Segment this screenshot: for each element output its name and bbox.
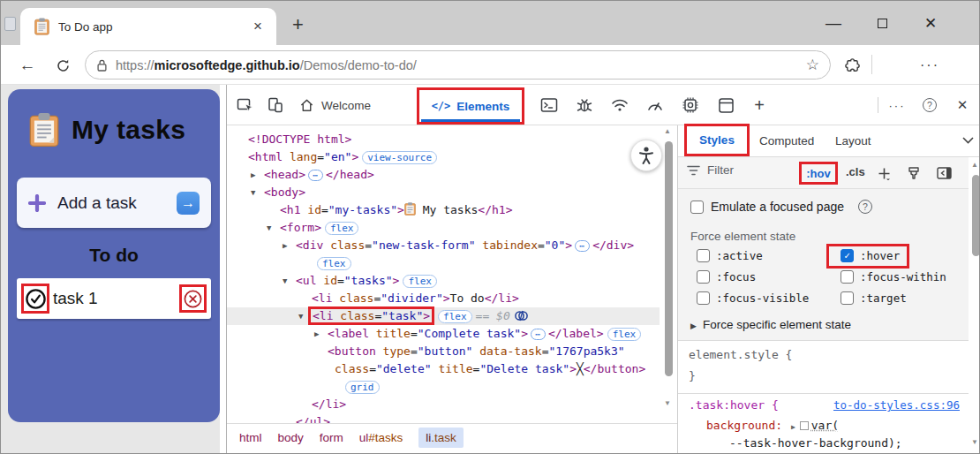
scroll-up-icon[interactable]: ▲	[664, 127, 671, 135]
add-task-label[interactable]: Add a task	[57, 193, 177, 213]
css-rule-block[interactable]: .task:hover { to-do-styles.css:96 backgr…	[678, 394, 969, 454]
scroll-down-icon[interactable]: ▼	[971, 438, 978, 446]
expander-icon[interactable]: ▼	[267, 219, 271, 237]
back-icon[interactable]: ←	[15, 53, 40, 78]
new-style-rule-icon[interactable]	[874, 164, 893, 182]
tab-close-icon[interactable]: ×	[248, 18, 268, 35]
scroll-up-icon[interactable]: ▲	[971, 161, 978, 169]
tree-line[interactable]: <!DOCTYPE html>	[227, 131, 660, 148]
expand-inline-icon[interactable]: ⋯	[531, 329, 546, 340]
settings-menu-icon[interactable]: ···	[917, 53, 942, 78]
accessibility-person-icon[interactable]	[630, 140, 662, 171]
application-icon[interactable]	[714, 95, 737, 116]
submit-arrow-icon[interactable]: →	[177, 192, 200, 215]
expand-inline-icon[interactable]: ⋯	[575, 240, 590, 252]
tree-line[interactable]: ▶<div class="new-task-form" tabindex="0"…	[227, 237, 660, 254]
expander-icon[interactable]: ▶	[314, 325, 319, 343]
tree-line[interactable]: </ul>	[227, 413, 660, 423]
extensions-icon[interactable]	[840, 53, 864, 78]
breadcrumb-item[interactable]: ul#tasks	[359, 431, 403, 444]
task-row[interactable]: task 1	[17, 278, 211, 319]
layout-badge[interactable]: flex	[317, 257, 351, 270]
layout-badge[interactable]: flex	[325, 222, 359, 235]
minimize-button[interactable]: —	[813, 1, 854, 45]
scroll-down-icon[interactable]: ▼	[664, 399, 671, 407]
layout-badge[interactable]: flex	[438, 310, 472, 323]
memory-chip-icon[interactable]	[679, 95, 702, 116]
layout-badge[interactable]: flex	[607, 328, 642, 341]
more-tools-plus-icon[interactable]: +	[748, 95, 771, 116]
layout-badge[interactable]: flex	[403, 275, 437, 288]
tree-line[interactable]: <h1 id="my-tasks"> My tasks</h1>	[227, 201, 660, 219]
expand-inline-icon[interactable]: ⋯	[308, 170, 323, 181]
active-checkbox[interactable]	[697, 249, 710, 262]
tree-line[interactable]: grid	[227, 378, 660, 396]
close-devtools-icon[interactable]: ✕	[951, 95, 974, 116]
tree-line[interactable]: <button type="button" data-task="1767pa5…	[227, 343, 660, 360]
dom-tree-scrollbar[interactable]: ▲ ▼	[661, 125, 675, 423]
tree-line[interactable]: class="delete" title="Delete task">╳</bu…	[227, 360, 660, 378]
color-swatch[interactable]	[800, 421, 809, 430]
focus-checkbox[interactable]	[697, 270, 710, 284]
check-circle-icon[interactable]	[25, 288, 47, 310]
help-icon[interactable]: ?	[858, 200, 872, 214]
performance-icon[interactable]	[644, 95, 667, 116]
filter-input[interactable]: Filter	[687, 163, 734, 177]
tree-line[interactable]: <html lang="en">view-source	[227, 148, 660, 166]
window-close-button[interactable]: ✕	[910, 1, 951, 45]
tree-line[interactable]: <li class="divider">To do</li>	[227, 290, 660, 307]
inspect-icon[interactable]	[234, 95, 257, 116]
cls-toggle[interactable]: .cls	[846, 165, 865, 178]
stylesheet-link[interactable]: to-do-styles.css:96	[833, 398, 960, 412]
tree-line[interactable]: flex	[227, 254, 660, 272]
tab-elements[interactable]: </> Elements	[419, 90, 522, 122]
chevron-down-icon[interactable]	[962, 137, 974, 144]
new-tab-button[interactable]: +	[292, 13, 304, 36]
tree-line[interactable]: ▶<label title="Complete task">⋯</label>f…	[227, 325, 660, 343]
tree-line[interactable]: ▼<ul id="tasks">flex	[227, 272, 660, 290]
customize-devtools-icon[interactable]: ···	[886, 95, 908, 116]
debugger-bug-icon[interactable]	[573, 95, 596, 116]
focus-within-checkbox[interactable]	[841, 270, 854, 284]
tab-layout[interactable]: Layout	[835, 134, 871, 148]
target-checkbox[interactable]	[841, 291, 854, 305]
focus-visible-checkbox[interactable]	[697, 291, 710, 305]
element-style-block[interactable]: element.style { }	[678, 341, 969, 394]
network-wifi-icon[interactable]	[608, 95, 631, 116]
toggle-pane-icon[interactable]	[934, 164, 954, 182]
force-specific-row[interactable]: ▶Force specific element state	[690, 318, 851, 331]
tab-styles[interactable]: Styles	[699, 133, 735, 147]
scrollbar-thumb[interactable]	[665, 141, 673, 376]
tree-line[interactable]: ▼<body>	[227, 184, 660, 201]
tree-line[interactable]: ▼<form>flex	[227, 219, 660, 237]
favorites-star-icon[interactable]: ☆	[806, 56, 819, 74]
layout-badge[interactable]: view-source	[362, 151, 437, 164]
expander-icon[interactable]: ▶	[791, 423, 795, 431]
expander-icon[interactable]: ▼	[298, 307, 303, 325]
hov-toggle[interactable]: :hov	[806, 167, 830, 180]
expander-icon[interactable]: ▶	[283, 237, 287, 254]
tree-line[interactable]: ▼<li class="task">flex== $0	[227, 307, 660, 325]
expander-icon[interactable]: ▼	[251, 184, 255, 201]
sidebar-scrollbar[interactable]: ▲ ▼	[969, 157, 980, 454]
breadcrumb-item[interactable]: li.task	[418, 428, 464, 448]
breadcrumb-item[interactable]: html	[239, 431, 262, 444]
tab-welcome[interactable]: Welcome	[299, 85, 371, 125]
maximize-button[interactable]	[862, 1, 902, 45]
add-task-form[interactable]: Add a task →	[17, 178, 211, 228]
tab-computed[interactable]: Computed	[759, 134, 814, 148]
format-brush-icon[interactable]	[904, 164, 923, 182]
address-bar[interactable]: https://microsoftedge.github.io/Demos/de…	[85, 50, 831, 79]
breadcrumb-item[interactable]: form	[320, 431, 343, 444]
breadcrumb-item[interactable]: body	[278, 431, 304, 444]
expander-icon[interactable]: ▶	[690, 322, 697, 330]
tree-line[interactable]: ▶<head>⋯</head>	[227, 166, 660, 184]
refresh-icon[interactable]	[50, 53, 75, 78]
delete-task-icon[interactable]	[183, 289, 203, 309]
tab-actions-icon[interactable]	[4, 17, 16, 31]
browser-tab[interactable]: To Do app ×	[20, 8, 276, 45]
scrollbar-thumb[interactable]	[972, 175, 980, 256]
expander-icon[interactable]: ▼	[283, 272, 287, 290]
tree-line[interactable]: </li>	[227, 396, 660, 413]
emulate-focused-checkbox[interactable]	[690, 201, 704, 214]
